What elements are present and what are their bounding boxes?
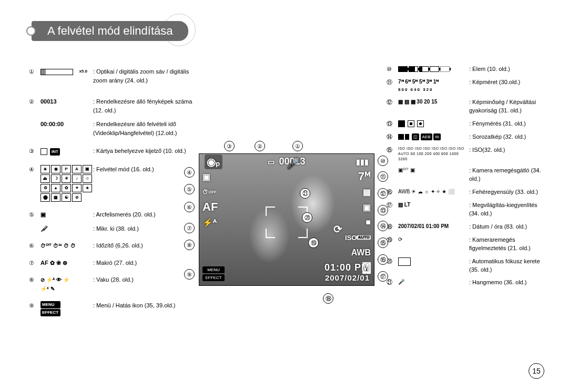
wb-label: AWB [351, 247, 371, 259]
legend-num: ⑬ [387, 120, 398, 128]
legend-desc: : Vaku (28. old.) [93, 275, 197, 284]
legend-row: ▣ᴼᶠᶠ ▣ : Kamera remegésgátló (34. old.) [387, 167, 544, 183]
timer-off-icon: ⏱OFF [202, 186, 217, 198]
marker-4: ④ [184, 167, 195, 178]
marker-1: ① [292, 141, 303, 151]
legend-desc: : Dátum / óra (83. old.) [469, 223, 544, 231]
legend-desc: : Arcfelismerés (20. old.) [93, 210, 197, 219]
legend-num: ③ [29, 147, 40, 156]
legend-row: ⑪ 7ᴹ 6ᴹ 5ᴹ 5ᴹ 3ᴹ 1ᴹ800 640 320 : Képmére… [387, 78, 544, 94]
menu-effect-buttons: MENU EFFECT [202, 266, 225, 282]
legend-desc: : Rendelkezésre álló fényképek száma (12… [93, 97, 197, 115]
timer-icons: ⏱ᴼᶠᶠ⏱²ˢ⏱⏱ [40, 241, 93, 250]
legend-row: ④ ◙◉PA▣⛰ ☽☀♪☺⚙▲ ✿✦♣⬤▦☯ ⊘ : Felvétel mód … [29, 165, 197, 202]
title-dot-icon [26, 26, 36, 36]
menu-effect-icon: MENU EFFECT [40, 301, 93, 316]
legend-desc: : Optikai / digitális zoom sáv / digitál… [93, 67, 197, 85]
legend-desc: : Kártya behelyezve kijelző (10. old.) [93, 147, 197, 156]
marker-21: ㉑ [300, 188, 310, 199]
marker-18: ⑱ [323, 293, 333, 304]
page-number: 15 [529, 363, 544, 379]
ev-icons: ▨ LT [398, 201, 469, 209]
lcd-right-bar: 7ᴹ ▦ ▣ ■ ISOAUTO AWB ± [345, 171, 371, 274]
legend-row: ⑩ : Elem (10. old.) [387, 65, 544, 74]
size-icons: 7ᴹ 6ᴹ 5ᴹ 5ᴹ 3ᴹ 1ᴹ800 640 320 [398, 78, 469, 94]
legend-num: ⑳ [387, 257, 398, 266]
legend-row: ⑦ AF ✿ ❀ ⊕ : Makró (27. old.) [29, 259, 197, 267]
battery-icons [398, 65, 469, 73]
wb-icons: AWB ☀ ☁ ☼ ✦ ✧ ★ ⬜ [398, 188, 469, 196]
zoom-bar-icon [40, 67, 93, 76]
legend-num: ⑤ [29, 210, 40, 219]
legend-desc: : Automatikus fókusz kerete (35. old.) [469, 257, 544, 274]
legend-row: ① : Optikai / digitális zoom sáv / digit… [29, 67, 197, 85]
legend-num: ⑱ [387, 223, 398, 231]
legend-row: ⑯ AWB ☀ ☁ ☼ ✦ ✧ ★ ⬜ : Fehéregyensúly (33… [387, 188, 544, 197]
iso-icons: ISO ISO ISO ISO ISO ISO ISO ISOAUTO 80 1… [398, 146, 469, 162]
marker-8: ⑧ [184, 240, 195, 250]
legend-num: ⑪ [387, 78, 398, 87]
marker-17: ⑰ [378, 271, 388, 282]
legend-row: 00:00:00 : Rendelkezésre álló felvételi … [29, 120, 197, 137]
ois-icons: ▣ᴼᶠᶠ ▣ [398, 167, 469, 174]
mode-grid-icon: ◙◉PA▣⛰ ☽☀♪☺⚙▲ ✿✦♣⬤▦☯ ⊘ [40, 165, 93, 202]
legend-num: ㉑ [387, 278, 398, 287]
legend-desc: : ISO(32. old.) [469, 146, 544, 154]
marker-2: ② [255, 141, 265, 151]
legend-left-column: ① : Optikai / digitális zoom sáv / digit… [29, 67, 197, 322]
marker-15: ⑮ [378, 238, 388, 248]
legend-num: ⑲ [387, 236, 398, 244]
marker-7: ⑦ [184, 223, 195, 233]
legend-desc: : Sorozatkép (32. old.) [469, 133, 544, 141]
legend-row: ⑨ MENU EFFECT : Menü / Hatás ikon (35, 3… [29, 301, 197, 316]
date-value: 2007/02/01 [199, 273, 370, 282]
legend-row: ⑳ : Automatikus fókusz kerete (35. old.) [387, 257, 544, 274]
mode-icon: ◉ₚ [205, 154, 222, 169]
legend-row: ⑤ ▣ : Arcfelismerés (20. old.) [29, 210, 197, 219]
card-indicator-icon: ▭ [268, 158, 275, 166]
legend-desc: : Képminőség / Képváltási gyakoriság (31… [469, 98, 544, 115]
legend-desc: : Makró (27. old.) [93, 259, 197, 267]
legend-row: ⑮ ISO ISO ISO ISO ISO ISO ISO ISOAUTO 80… [387, 146, 544, 162]
legend-icon-text: 00:00:00 [40, 120, 93, 129]
datetime-text: 2007/02/01 01:00 PM [398, 223, 469, 231]
marker-14: ⑭ [378, 221, 388, 231]
size-text: 7ᴹ 6ᴹ 5ᴹ 5ᴹ 3ᴹ 1ᴹ [398, 79, 439, 85]
legend-row: ⑲ ⟳ : Kameraremegés figyelmeztetés (21. … [387, 236, 544, 253]
marker-13: ⑬ [378, 205, 388, 215]
lcd-left-bar: ▣ ⏱OFF 🎤 AF ⚡ᴬ [202, 171, 218, 228]
legend-num: ⑫ [387, 98, 398, 107]
legend-desc: : Rendelkezésre álló felvételi idő (Vide… [93, 120, 197, 137]
menu-button-label: MENU [202, 266, 225, 273]
page-title: A felvétel mód elindítása [32, 21, 188, 41]
marker-6: ⑥ [184, 202, 195, 212]
legend-right-column: ⑩ : Elem (10. old.) ⑪ 7ᴹ 6ᴹ 5ᴹ 5ᴹ 3ᴹ 1ᴹ8… [387, 65, 544, 292]
legend-row: ㉑ 🎤 : Hangmemo (36. old.) [387, 278, 544, 287]
voice-icon: 🎤 [398, 278, 469, 286]
af-brackets-icon [266, 207, 308, 238]
legend-row: 🎤̸ : Mikr. ki (38. old.) [29, 224, 197, 233]
legend-num: ⑮ [387, 146, 398, 154]
legend-desc: : Hangmemo (36. old.) [469, 278, 544, 287]
legend-desc: : Fehéregyensúly (33. old.) [469, 188, 544, 197]
drive-icon: ■ [366, 216, 371, 228]
shake-icon: ⟳ [398, 236, 469, 244]
mic-icon: 🎤 [287, 158, 300, 169]
af-label: AF [202, 201, 218, 213]
legend-num: ① [29, 67, 40, 76]
marker-12: ⑫ [378, 188, 388, 199]
legend-num: ⑧ [29, 275, 40, 284]
legend-row: ⑥ ⏱ᴼᶠᶠ⏱²ˢ⏱⏱ : Időzítő (6,26. old.) [29, 241, 197, 250]
legend-desc: : Kameraremegés figyelmeztetés (21. old.… [469, 236, 544, 253]
marker-9: ⑨ [184, 269, 195, 280]
legend-desc: : Képméret (30.old.) [469, 78, 544, 87]
legend-desc: : Megvilágítás-kiegyenlítés (34. old.) [469, 201, 544, 218]
legend-num: ⑥ [29, 241, 40, 250]
drive-icons: ◫ AEB W [398, 133, 469, 141]
iso-label: ISOAUTO [345, 232, 371, 243]
marker-11: ⑪ [378, 171, 388, 182]
flash-icon: ⚡ᴬ [202, 216, 217, 228]
legend-num: ⑯ [387, 188, 398, 197]
metering-icon: ▣ [363, 201, 371, 213]
image-size: 7ᴹ [358, 171, 371, 182]
